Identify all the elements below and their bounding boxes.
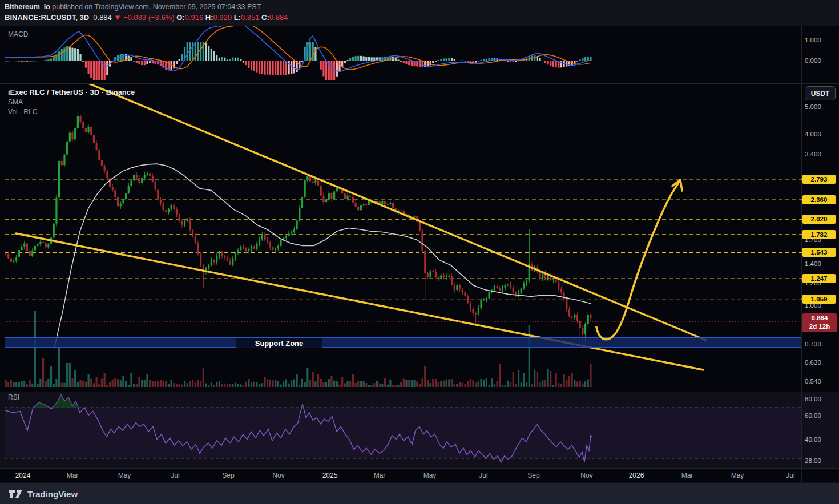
rsi-axis-label: 80.00 [805, 396, 821, 402]
price-level-badge: 1.782 [802, 230, 836, 239]
price-axis-label: 0.630 [805, 359, 821, 366]
time-axis-label: Jul [786, 471, 794, 479]
time-axis-label: May [423, 471, 437, 479]
last-price-badge: 0.8842d 12h [802, 313, 837, 332]
macd-axis-label: 1.000 [805, 37, 821, 43]
tradingview-chart-page: Bithereum_io published on TradingView.co… [0, 0, 839, 504]
rsi-axis-label: 60.00 [805, 412, 821, 419]
price-level-badge: 2.360 [802, 195, 836, 204]
rsi-axis-label: 28.00 [805, 457, 821, 464]
chart-canvas[interactable] [0, 0, 839, 504]
tradingview-logo-icon[interactable] [8, 489, 23, 499]
time-axis-label: Nov [580, 471, 592, 479]
price-level-badge: 2.020 [802, 215, 836, 224]
price-axis-label: 1.400 [805, 260, 821, 267]
price-axis-label: 3.400 [805, 151, 821, 158]
time-axis-label: Mar [681, 471, 693, 479]
price-level-badge: 1.247 [802, 274, 836, 283]
last-price-value: 0.884 [812, 315, 828, 321]
rsi-indicator-label[interactable]: RSI [8, 393, 19, 401]
time-axis-label: 2024 [15, 471, 31, 479]
footer-bar: TradingView [0, 483, 839, 504]
price-level-badge: 1.059 [802, 295, 836, 304]
time-axis-label: Mar [67, 471, 79, 479]
time-axis-label: Jul [171, 471, 179, 479]
volume-indicator-label[interactable]: Vol · RLC [8, 108, 37, 116]
time-axis-label: Mar [374, 471, 386, 479]
price-axis-label: 0.730 [805, 341, 821, 348]
symbol-title[interactable]: iExec RLC / TetherUS · 3D · Binance [8, 88, 135, 96]
currency-toggle-button[interactable]: USDT [805, 86, 836, 100]
support-zone-label[interactable]: Support Zone [236, 338, 322, 348]
price-level-badge: 1.543 [802, 248, 836, 257]
time-axis-label: May [118, 471, 131, 479]
price-level-badge: 2.793 [802, 175, 836, 184]
time-axis-label: May [731, 471, 744, 479]
sma-indicator-label[interactable]: SMA [8, 98, 23, 106]
time-axis-label: Sep [527, 471, 539, 479]
bar-countdown: 2d 12h [809, 323, 830, 330]
tradingview-logo-text[interactable]: TradingView [27, 489, 78, 499]
time-axis-label: Nov [272, 471, 284, 479]
price-axis-label: 5.000 [805, 103, 821, 110]
time-axis-label: 2026 [629, 471, 644, 479]
rsi-axis-label: 40.00 [805, 436, 821, 443]
macd-axis-label: 0.000 [805, 57, 821, 64]
time-axis-label: Jul [479, 471, 487, 479]
macd-indicator-label[interactable]: MACD [8, 30, 28, 38]
time-axis-label: 2025 [322, 471, 338, 479]
price-axis-label: 0.540 [805, 378, 821, 385]
time-axis-label: Sep [222, 471, 234, 479]
price-axis-label: 4.000 [805, 131, 821, 138]
